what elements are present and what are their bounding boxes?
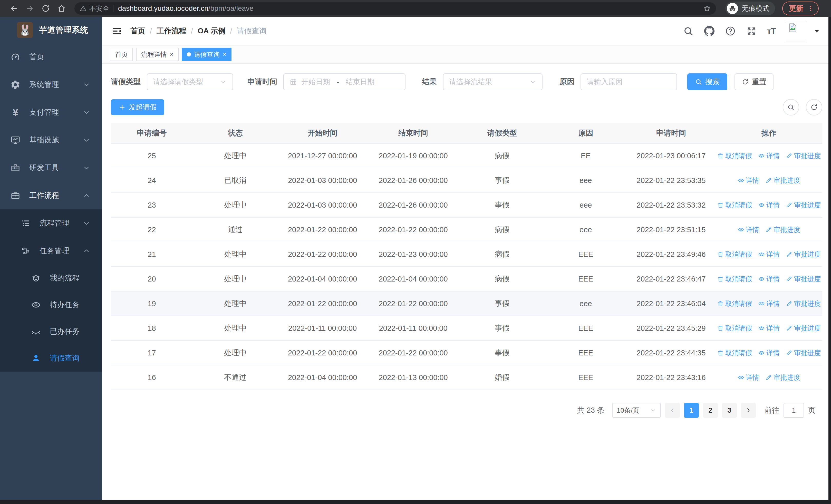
browser-back-icon[interactable] bbox=[7, 2, 21, 15]
sidebar-item-0[interactable]: 首页 bbox=[0, 43, 102, 71]
avatar-caret-down-icon[interactable] bbox=[813, 27, 821, 35]
start-date-placeholder: 开始日期 bbox=[301, 77, 330, 87]
action-detail[interactable]: 详情 bbox=[738, 225, 759, 234]
cell-start-time: 2022-01-22 00:00:00 bbox=[278, 292, 367, 316]
sidebar-item-1[interactable]: 系统管理 bbox=[0, 71, 102, 98]
chevron-down-icon bbox=[220, 78, 227, 85]
action-cancel-leave[interactable]: 取消请假 bbox=[717, 151, 752, 160]
action-detail[interactable]: 详情 bbox=[758, 151, 780, 160]
action-approval-progress[interactable]: 审批进度 bbox=[786, 201, 821, 210]
cell-reason: EEE bbox=[545, 267, 627, 291]
fontsize-icon[interactable]: тT bbox=[767, 26, 776, 36]
create-leave-button[interactable]: 发起请假 bbox=[111, 99, 164, 115]
fullscreen-icon[interactable] bbox=[746, 26, 757, 36]
page-size-select[interactable]: 10条/页 bbox=[612, 403, 661, 418]
tab-label: 请假查询 bbox=[194, 50, 220, 59]
action-detail[interactable]: 详情 bbox=[758, 324, 780, 333]
action-approval-progress[interactable]: 审批进度 bbox=[786, 349, 821, 357]
action-cancel-leave[interactable]: 取消请假 bbox=[717, 250, 752, 259]
cell-id: 16 bbox=[111, 365, 193, 390]
sidebar-logo-row[interactable]: 🐰 芋道管理系统 bbox=[0, 17, 102, 43]
action-detail[interactable]: 详情 bbox=[758, 201, 780, 210]
sidebar-item-7[interactable]: 任务管理 bbox=[0, 237, 102, 265]
gear-icon bbox=[10, 80, 21, 90]
github-icon[interactable] bbox=[704, 26, 715, 36]
browser-update-button[interactable]: 更新 bbox=[782, 2, 819, 16]
table-row-17: 17处理中2022-01-22 00:00:002022-01-22 00:00… bbox=[111, 341, 822, 365]
column-header-1: 状态 bbox=[193, 123, 278, 143]
prev-page-button[interactable] bbox=[665, 403, 680, 418]
tab-2[interactable]: 请假查询× bbox=[182, 48, 231, 61]
action-approval-progress[interactable]: 审批进度 bbox=[786, 274, 821, 284]
reason-input[interactable]: 请输入原因 bbox=[580, 73, 677, 90]
sidebar-item-4[interactable]: 研发工具 bbox=[0, 154, 102, 182]
action-approval-progress[interactable]: 审批进度 bbox=[786, 250, 821, 259]
refresh-icon bbox=[742, 78, 749, 85]
address-bar[interactable]: 不安全 dashboard.yudao.iocoder.cn/bpm/oa/le… bbox=[75, 2, 716, 14]
column-header-3: 结束时间 bbox=[367, 123, 459, 143]
sidebar-item-6[interactable]: 流程管理 bbox=[0, 209, 102, 237]
browser-reload-icon[interactable] bbox=[39, 2, 52, 15]
help-icon[interactable] bbox=[725, 26, 736, 36]
sidebar-item-2[interactable]: ¥支付管理 bbox=[0, 98, 102, 126]
action-cancel-leave[interactable]: 取消请假 bbox=[717, 349, 752, 357]
calendar-icon bbox=[289, 78, 297, 86]
sidebar-item-10[interactable]: 已办任务 bbox=[0, 318, 102, 345]
reset-button[interactable]: 重置 bbox=[735, 73, 774, 90]
action-approval-progress[interactable]: 审批进度 bbox=[765, 225, 800, 234]
action-cancel-leave[interactable]: 取消请假 bbox=[717, 201, 752, 210]
browser-home-icon[interactable] bbox=[55, 2, 68, 15]
action-cancel-leave[interactable]: 取消请假 bbox=[717, 299, 752, 308]
action-approval-progress[interactable]: 审批进度 bbox=[765, 373, 800, 382]
show-search-button[interactable] bbox=[783, 99, 799, 116]
browser-forward-icon[interactable] bbox=[23, 2, 36, 15]
action-cancel-leave[interactable]: 取消请假 bbox=[717, 274, 752, 284]
breadcrumb-item-0[interactable]: 首页 bbox=[131, 26, 145, 36]
cell-end-time: 2022-01-13 00:00:00 bbox=[367, 365, 459, 390]
tab-close-icon[interactable]: × bbox=[223, 51, 226, 58]
breadcrumb-item-1[interactable]: 工作流程 bbox=[156, 26, 186, 36]
action-approval-progress[interactable]: 审批进度 bbox=[786, 299, 821, 308]
goto-page-input[interactable]: 1 bbox=[783, 403, 804, 418]
page-button-2[interactable]: 2 bbox=[703, 403, 718, 418]
refresh-table-button[interactable] bbox=[806, 99, 822, 116]
sidebar-item-5[interactable]: 工作流程 bbox=[0, 182, 102, 209]
action-detail[interactable]: 详情 bbox=[758, 250, 780, 259]
page-button-1[interactable]: 1 bbox=[684, 403, 699, 418]
tab-1[interactable]: 流程详情× bbox=[136, 48, 179, 61]
cell-end-time: 2022-01-22 00:00:00 bbox=[367, 217, 459, 242]
action-detail[interactable]: 详情 bbox=[758, 274, 780, 284]
sidebar-collapse-icon[interactable] bbox=[111, 26, 122, 36]
sidebar-item-9[interactable]: 待办任务 bbox=[0, 292, 102, 318]
cell-apply-time: 2022-01-22 23:46:47 bbox=[627, 267, 716, 291]
breadcrumb-separator: / bbox=[191, 27, 193, 35]
goto-unit-label: 页 bbox=[808, 405, 815, 415]
action-detail[interactable]: 详情 bbox=[758, 299, 780, 308]
next-page-button[interactable] bbox=[741, 403, 756, 418]
action-detail[interactable]: 详情 bbox=[758, 349, 780, 357]
search-button[interactable]: 搜索 bbox=[687, 73, 727, 90]
apply-time-range-picker[interactable]: 开始日期 - 结束日期 bbox=[283, 73, 405, 90]
bookmark-star-icon[interactable] bbox=[703, 5, 711, 12]
sidebar-item-8[interactable]: 我的流程 bbox=[0, 265, 102, 292]
tab-close-icon[interactable]: × bbox=[170, 51, 173, 58]
leave-type-select[interactable]: 请选择请假类型 bbox=[147, 73, 233, 90]
result-select[interactable]: 请选择流结果 bbox=[443, 73, 543, 90]
search-icon[interactable] bbox=[683, 26, 694, 36]
action-approval-progress[interactable]: 审批进度 bbox=[765, 176, 800, 185]
avatar[interactable] bbox=[786, 21, 806, 41]
sidebar-item-3[interactable]: 基础设施 bbox=[0, 126, 102, 154]
cell-apply-time: 2022-01-22 23:51:15 bbox=[627, 217, 716, 242]
action-detail[interactable]: 详情 bbox=[738, 373, 759, 382]
breadcrumb-item-2[interactable]: OA 示例 bbox=[198, 26, 225, 36]
action-detail[interactable]: 详情 bbox=[738, 176, 759, 185]
action-approval-progress[interactable]: 审批进度 bbox=[786, 151, 821, 160]
tab-0[interactable]: 首页 bbox=[110, 48, 133, 61]
sidebar-item-11[interactable]: 请假查询 bbox=[0, 345, 102, 372]
page-button-3[interactable]: 3 bbox=[722, 403, 737, 418]
cell-start-time: 2022-01-11 00:00:00 bbox=[278, 316, 367, 340]
browser-menu-dots-icon[interactable] bbox=[807, 5, 814, 12]
action-cancel-leave[interactable]: 取消请假 bbox=[717, 324, 752, 333]
eye-open-icon bbox=[31, 300, 41, 310]
action-approval-progress[interactable]: 审批进度 bbox=[786, 324, 821, 333]
